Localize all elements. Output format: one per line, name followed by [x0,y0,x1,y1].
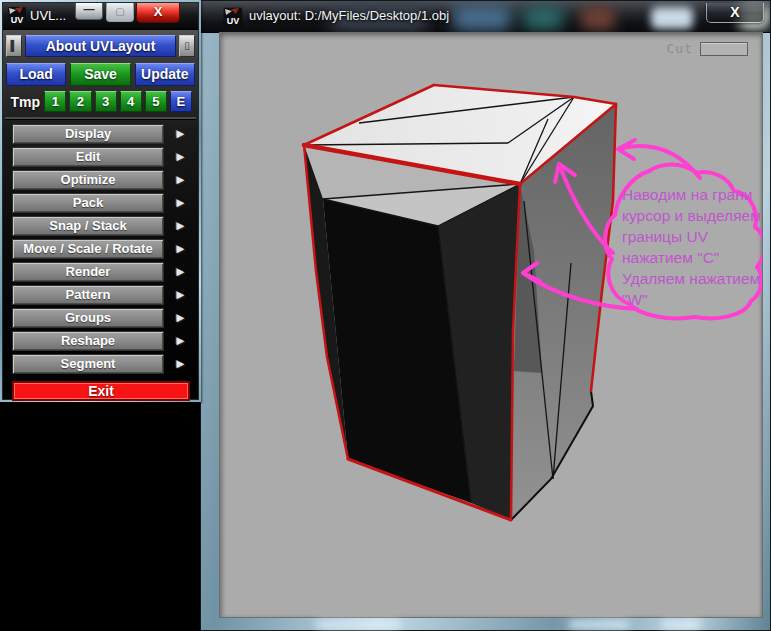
menu-optimize-button[interactable]: Optimize [12,170,164,190]
icon-sail-shape [225,9,232,15]
file-actions-row: Load Save Update [6,63,195,86]
border-glow [569,621,629,628]
annotation-line: "W" [622,291,648,308]
border-glow [661,621,701,628]
icon-sail-shape [9,8,16,14]
tmp-slots-row: Tmp 1 2 3 4 5 E [6,91,195,112]
annotation-arrow-top [618,140,700,178]
annotation-line: курсор и выделяем [622,207,761,224]
about-uvlayout-button[interactable]: About UVLayout [25,35,176,57]
tmp-slot-5-button[interactable]: 5 [145,91,167,112]
chevron-right-icon[interactable]: ► [174,240,187,258]
tmp-label: Tmp [6,94,44,110]
chevron-right-icon[interactable]: ► [174,171,187,189]
icon-flag-shape [15,7,23,13]
main-window-title: uvlayout: D:/MyFiles/Desktop/1.obj [249,1,449,31]
icon-flag-shape [231,8,239,14]
uvlayout-app-icon: UV [224,8,242,26]
maximize-button[interactable]: ▢ [106,3,134,22]
chevron-right-icon[interactable]: ► [174,309,187,327]
tmp-slot-3-button[interactable]: 3 [95,91,117,112]
cut-indicator: Cut [667,41,748,56]
mesh-scene-svg: Наводим на грани курсор и выделяем грани… [220,33,762,617]
about-row: ▌ About UVLayout ▯ [6,35,195,57]
mesh-3d-object [304,85,616,520]
glass-blur-decoration [523,6,563,30]
save-button[interactable]: Save [70,63,130,86]
panel-title: UVL... [30,3,66,29]
tmp-edit-button[interactable]: E [170,91,192,112]
annotation-line: нажатием "C" [622,249,719,266]
main-titlebar[interactable]: UV uvlayout: D:/MyFiles/Desktop/1.obj X [201,1,770,33]
uvlayout-tool-panel: UV UVL... — ▢ X ▌ About UVLayout ▯ Load … [0,0,201,402]
glass-blur-decoration [453,5,511,31]
menu-pack-button[interactable]: Pack [12,193,164,213]
exit-button[interactable]: Exit [12,381,190,401]
tmp-slot-1-button[interactable]: 1 [44,91,66,112]
chevron-right-icon[interactable]: ► [174,332,187,350]
menu-snap-stack-button[interactable]: Snap / Stack [12,216,164,236]
minimize-button[interactable]: — [75,3,103,20]
chevron-right-icon[interactable]: ► [174,217,187,235]
panel-collapse-button[interactable]: ▌ [6,35,22,57]
viewport-3d-canvas[interactable]: Наводим на грани курсор и выделяем грани… [219,32,763,618]
chevron-right-icon[interactable]: ► [174,125,187,143]
page: { "left_panel": { "title": "UVL...", "wi… [0,0,771,631]
menu-move-scale-rotate-button[interactable]: Move / Scale / Rotate [12,239,164,259]
menu-render-button[interactable]: Render [12,262,164,282]
menu-edit-button[interactable]: Edit [12,147,164,167]
chevron-right-icon[interactable]: ► [174,148,187,166]
cut-label: Cut [667,41,693,56]
menu-segment-button[interactable]: Segment [12,354,164,374]
cut-progress-box [700,42,748,56]
panel-detach-button[interactable]: ▯ [179,35,195,57]
annotation-line: Удаляем нажатием [622,270,760,287]
chevron-right-icon[interactable]: ► [174,286,187,304]
tmp-slot-2-button[interactable]: 2 [69,91,91,112]
chevron-right-icon[interactable]: ► [174,194,187,212]
glass-blur-decoration [651,7,693,29]
separator [5,117,196,120]
annotation-line: границы UV [622,228,709,245]
tmp-slot-4-button[interactable]: 4 [120,91,142,112]
load-button[interactable]: Load [6,63,66,86]
uvlayout-viewport-window: UV uvlayout: D:/MyFiles/Desktop/1.obj X [200,0,771,631]
chevron-right-icon[interactable]: ► [174,263,187,281]
uvlayout-app-icon: UV [8,7,26,25]
tool-menu: Display► Edit► Optimize► Pack► Snap / St… [6,124,195,374]
annotation-line: Наводим на грани [622,186,752,203]
panel-titlebar[interactable]: UV UVL... — ▢ X [3,3,198,30]
chevron-right-icon[interactable]: ► [174,355,187,373]
menu-groups-button[interactable]: Groups [12,308,164,328]
update-button[interactable]: Update [135,63,195,86]
menu-display-button[interactable]: Display [12,124,164,144]
close-button[interactable]: X [136,3,180,23]
glass-blur-decoration [581,6,615,30]
border-glow [316,621,401,628]
annotation-text-block: Наводим на грани курсор и выделяем грани… [622,186,761,308]
main-close-button[interactable]: X [706,3,764,23]
menu-pattern-button[interactable]: Pattern [12,285,164,305]
menu-reshape-button[interactable]: Reshape [12,331,164,351]
